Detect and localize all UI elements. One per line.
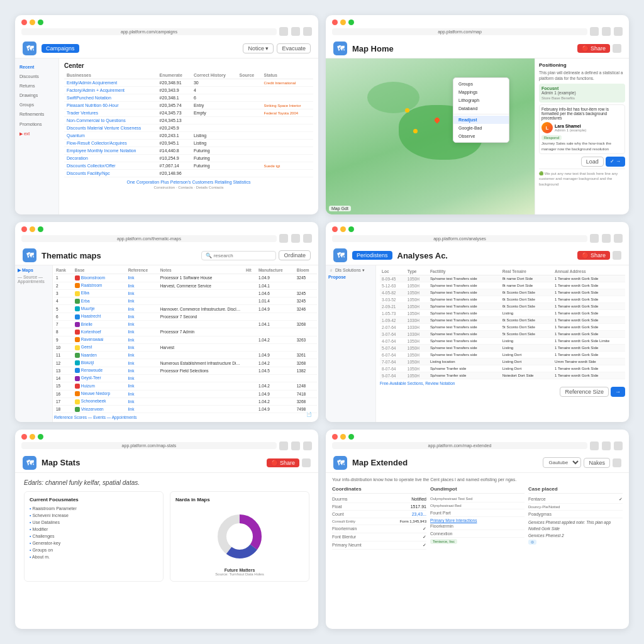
p5-item-0: Raaistroom Parameter bbox=[30, 505, 158, 512]
th-businesses: Businesses bbox=[64, 72, 157, 79]
td-base: Schoonebeek bbox=[73, 397, 126, 405]
top-bar-p5: app.platform.com/map-stats bbox=[15, 440, 318, 452]
p1-footer2: Construction · Contacts · Details Contac… bbox=[64, 186, 313, 189]
p6-row-consult: Consult EntityForm 1,345,943 bbox=[332, 518, 426, 525]
btn-export-p4[interactable]: → bbox=[611, 387, 625, 397]
ctx-groups[interactable]: Groups bbox=[453, 80, 509, 88]
td-loc: 2-09-21 bbox=[380, 303, 406, 310]
map-area[interactable]: Map Gdt Groups Mappings Lithograph Datab… bbox=[326, 58, 535, 214]
td-base: Naarden bbox=[73, 352, 126, 359]
td-bloem: 1382 bbox=[295, 367, 317, 374]
btn-nakes[interactable]: Nakes bbox=[584, 458, 610, 468]
nav-recent[interactable]: Recent bbox=[15, 62, 58, 72]
ctx-databand[interactable]: Databand bbox=[453, 104, 509, 113]
td-notes: Processor 7 Second bbox=[158, 313, 244, 320]
p3-nav-sub[interactable]: — Source — Appointments bbox=[18, 275, 50, 284]
ctx-readjust[interactable]: Readjust bbox=[453, 116, 509, 124]
ctx-google-bad[interactable]: Google-Bad bbox=[453, 124, 509, 132]
nav-refinements[interactable]: Refinements bbox=[15, 109, 58, 119]
td-enumerate: #20,243.1 bbox=[157, 132, 191, 140]
btn-reference-size[interactable]: Reference Size bbox=[560, 387, 609, 397]
btn-periodistens[interactable]: Periodistens bbox=[352, 251, 392, 260]
td-manufacture bbox=[257, 343, 295, 351]
btn-ordinate[interactable]: Ordinate bbox=[279, 250, 311, 260]
p6-interaction-link[interactable]: Primary More Interactions bbox=[430, 518, 525, 523]
nav-groups[interactable]: Groups bbox=[15, 100, 58, 109]
panel-map-stats: app.platform.com/map-stats 🗺 Map Stats 🔴… bbox=[15, 430, 318, 629]
td-loc: 1-09-42 bbox=[380, 317, 406, 324]
p6-row-primary: Primary Neumt✓ bbox=[332, 541, 426, 550]
td-base: Ravenswaai bbox=[73, 336, 126, 343]
td-base: Vriezenveen bbox=[73, 406, 126, 413]
p2-tags: Respond bbox=[541, 135, 623, 140]
td-rank: 9 bbox=[54, 336, 73, 343]
td-loc: 7-07-64 bbox=[380, 358, 406, 365]
url-bar-p2: app.platform.com/map bbox=[332, 28, 587, 35]
nav-extra[interactable]: ▶ ext bbox=[15, 129, 58, 138]
td-base: Elba bbox=[73, 289, 126, 297]
panel-actions-p4: 🔴 Share bbox=[577, 251, 621, 260]
dropdown-gautube[interactable]: Gautube bbox=[543, 457, 581, 468]
btn-evacuate-p1[interactable]: Evacuate bbox=[277, 43, 311, 53]
ctx-observe[interactable]: Observe bbox=[453, 132, 509, 140]
td-notes bbox=[158, 406, 244, 413]
btn-share-p5[interactable]: 🔴 Share bbox=[267, 458, 299, 467]
p6-row-font: Font Blentur✓ bbox=[332, 533, 426, 541]
p6-link-interactions[interactable]: Primary More Interactions bbox=[430, 518, 477, 523]
btn-load-p2[interactable]: Load bbox=[581, 157, 604, 167]
tl-green-p3 bbox=[38, 226, 43, 232]
analyses-row: 8-09-45 1050H Sp/name test Transfers sid… bbox=[380, 275, 625, 282]
traffic-lights-p4 bbox=[326, 222, 629, 232]
nav-discounts[interactable]: Discounts bbox=[15, 72, 58, 81]
td-status: Striking Space Interior bbox=[262, 102, 313, 109]
p2-footer-btns: Load ✓ → bbox=[539, 157, 625, 167]
tl-yellow-p6 bbox=[340, 434, 346, 440]
td-bloem: 3263 bbox=[295, 336, 317, 343]
td-bloem: 3261 bbox=[295, 352, 317, 359]
td-bloem: 3268 bbox=[295, 321, 317, 328]
td-notes: Numerous Establishment Infrastructure Di… bbox=[158, 359, 244, 367]
btn-apply-p2[interactable]: ✓ → bbox=[606, 157, 625, 167]
td-hit bbox=[244, 297, 257, 305]
p6-grid: Coordinates DuurmsNotified Float1517.91 … bbox=[332, 486, 623, 550]
p3-nav-maps[interactable]: ▶ Maps bbox=[18, 268, 50, 273]
td-rank: 1 bbox=[54, 274, 73, 282]
p6-col2: Oundimpot Oulymphostraat Test Sed Olynph… bbox=[430, 486, 525, 550]
map-context-menu[interactable]: Groups Mappings Lithograph Databand Read… bbox=[453, 77, 509, 143]
thematic-search[interactable] bbox=[201, 251, 276, 260]
analyses-table: Loc Type Factility Real Tenaire Annual A… bbox=[380, 268, 625, 379]
tl-green-p4 bbox=[348, 226, 354, 232]
td-annual: 1 Tenaire wordt Gork Side bbox=[553, 324, 625, 331]
td-name: Employee Monthly Income Notation bbox=[64, 147, 157, 155]
nav-returns[interactable]: Returns bbox=[15, 81, 58, 91]
td-annual: 1 Tenaire wordt Gork Side bbox=[553, 372, 625, 379]
td-rank: 4 bbox=[54, 297, 73, 305]
nav-drawings[interactable]: Drawings bbox=[15, 91, 58, 100]
p4-nav-propose[interactable]: Propose bbox=[328, 275, 373, 279]
td-rank: 16 bbox=[54, 390, 73, 397]
td-hit bbox=[244, 305, 257, 313]
btn-share-p4[interactable]: 🔴 Share bbox=[577, 251, 610, 260]
th-correct: Correct History bbox=[191, 72, 237, 79]
td-rank: 3 bbox=[54, 289, 73, 297]
nav-promotions[interactable]: Promotions bbox=[15, 119, 58, 129]
ctx-lithograph[interactable]: Lithograph bbox=[453, 96, 509, 104]
win-icon-p3-3 bbox=[303, 234, 312, 243]
btn-notice-p1[interactable]: Notice ▾ bbox=[243, 43, 274, 53]
panel-title-p2: Map Home bbox=[352, 44, 572, 53]
td-type: 1050H bbox=[406, 275, 428, 282]
thematic-row: 4 Erba link 1.01.4 3245 bbox=[54, 297, 317, 305]
ctx-mappings[interactable]: Mappings bbox=[453, 88, 509, 96]
td-source bbox=[236, 125, 261, 132]
btn-share-p2[interactable]: 🔴 Share bbox=[577, 44, 610, 53]
td-source bbox=[236, 102, 261, 109]
td-type: 1050H bbox=[406, 338, 428, 345]
btn-main-p1[interactable]: Campaigns bbox=[42, 44, 79, 53]
panel-header-p6: 🗺 Map Extended Gautube Nakes bbox=[326, 452, 629, 473]
thematic-row: 13 Renswoude link Processor Field Select… bbox=[54, 367, 317, 374]
p6-col2-title: Oundimpot bbox=[430, 486, 525, 494]
td-base: Brielle bbox=[73, 321, 126, 328]
td-bloem bbox=[295, 343, 317, 351]
url-bar-p6: app.platform.com/map-extended bbox=[332, 442, 587, 449]
td-ref: link bbox=[126, 382, 158, 390]
